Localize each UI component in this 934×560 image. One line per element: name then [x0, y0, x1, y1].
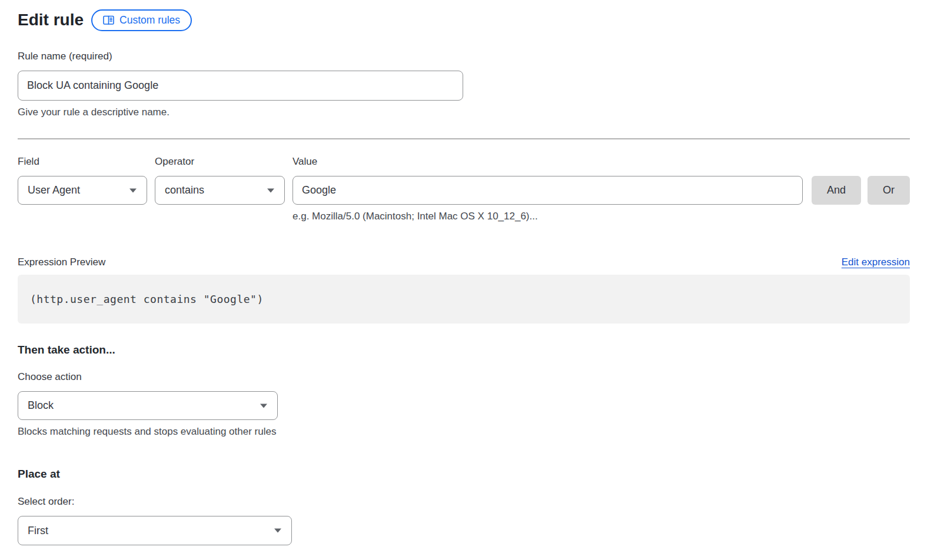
expression-preview-header: Expression Preview Edit expression	[18, 256, 910, 268]
condition-row: Field User Agent Operator contains Value…	[18, 156, 910, 222]
value-help: e.g. Mozilla/5.0 (Macintosh; Intel Mac O…	[293, 210, 803, 222]
chevron-down-icon	[274, 529, 281, 533]
order-select[interactable]: First	[18, 516, 292, 545]
chevron-down-icon	[267, 188, 274, 192]
action-heading: Then take action...	[18, 344, 910, 356]
field-column: Field User Agent	[18, 156, 147, 205]
rule-name-group: Rule name (required) Give your rule a de…	[18, 51, 910, 118]
value-input[interactable]	[293, 176, 803, 205]
expression-preview-box: (http.user_agent contains "Google")	[18, 275, 910, 324]
operator-label: Operator	[155, 156, 285, 168]
choose-action-label: Choose action	[18, 371, 910, 383]
value-label: Value	[293, 156, 803, 168]
action-help: Blocks matching requests and stops evalu…	[18, 425, 910, 438]
operator-select[interactable]: contains	[155, 176, 285, 205]
logic-buttons: And Or	[812, 176, 910, 205]
field-select[interactable]: User Agent	[18, 176, 147, 205]
custom-rules-badge[interactable]: Custom rules	[91, 9, 192, 31]
placement-heading: Place at	[18, 468, 910, 481]
expression-code-text: (http.user_agent contains "Google")	[30, 293, 264, 305]
chevron-down-icon	[260, 404, 267, 408]
order-select-value: First	[28, 525, 48, 537]
custom-rules-badge-label: Custom rules	[119, 14, 180, 26]
page-header: Edit rule Custom rules	[18, 8, 910, 32]
rule-name-help: Give your rule a descriptive name.	[18, 106, 910, 118]
action-select-value: Block	[28, 399, 54, 412]
value-column: Value e.g. Mozilla/5.0 (Macintosh; Intel…	[293, 156, 803, 222]
action-select[interactable]: Block	[18, 391, 278, 420]
expression-preview-label: Expression Preview	[18, 256, 105, 268]
operator-column: Operator contains	[155, 156, 285, 205]
field-label: Field	[18, 156, 147, 168]
operator-select-value: contains	[165, 184, 204, 196]
edit-expression-link[interactable]: Edit expression	[842, 256, 910, 268]
chevron-down-icon	[129, 188, 137, 192]
book-icon	[103, 15, 114, 25]
or-button[interactable]: Or	[867, 176, 910, 205]
field-select-value: User Agent	[28, 184, 80, 196]
page-title: Edit rule	[18, 8, 84, 32]
select-order-label: Select order:	[18, 496, 910, 508]
rule-name-input[interactable]	[18, 71, 463, 101]
edit-rule-form: Edit rule Custom rules Rule name (requir…	[0, 0, 934, 545]
section-divider	[18, 138, 910, 139]
rule-name-label: Rule name (required)	[18, 51, 910, 62]
and-button[interactable]: And	[812, 176, 861, 205]
